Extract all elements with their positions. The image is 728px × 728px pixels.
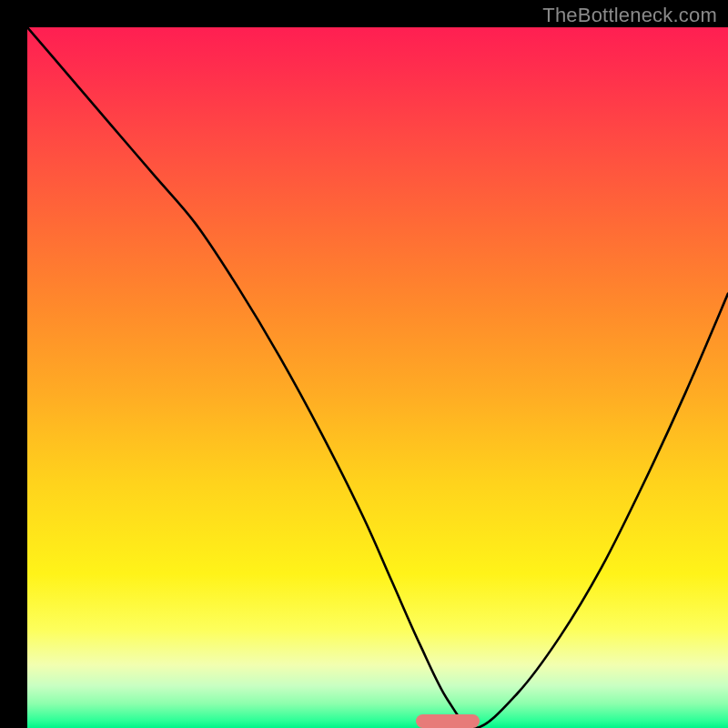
bottleneck-curve [27, 27, 728, 728]
plot-area [27, 27, 728, 728]
watermark-text: TheBottleneck.com [542, 4, 717, 27]
optimal-marker [416, 714, 479, 728]
chart-frame [14, 14, 714, 714]
